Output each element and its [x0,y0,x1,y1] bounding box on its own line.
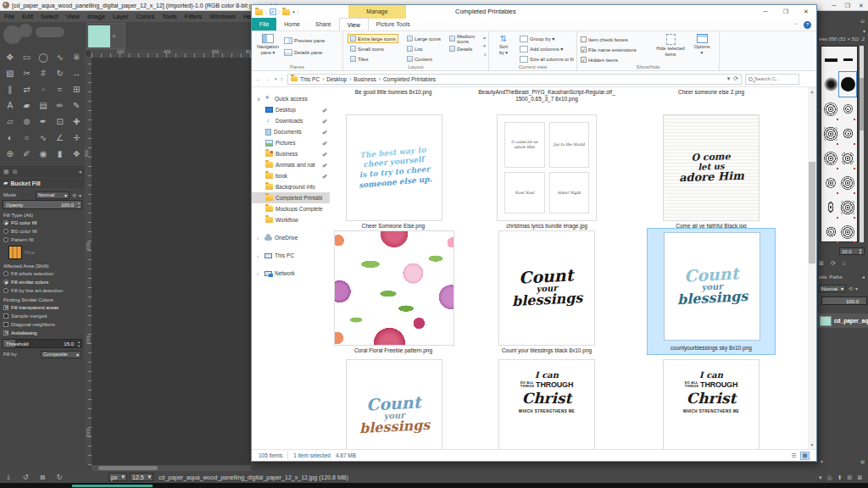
refresh-icon[interactable]: ⟳ [733,75,738,82]
layout-more-icon[interactable]: ≡ [484,52,487,57]
customize-qat-icon[interactable]: ▾ [292,9,295,14]
brush-thumb[interactable] [822,219,839,244]
help-icon[interactable]: ? [804,21,811,29]
minimize-button[interactable]: ─ [755,5,776,19]
search-input[interactable] [754,76,796,81]
bg-color-fill-radio[interactable]: BG color fill [0,227,85,236]
menu-layer[interactable]: Layer [113,13,129,20]
rectangle-select-tool-icon[interactable]: ▭ [19,49,36,65]
layer-row[interactable]: cd_paper_aqua_wood_pan [817,313,868,328]
hide-selected-items-button[interactable]: Hide selected items [655,32,686,57]
raise-layer-icon[interactable]: ◎ [827,474,832,481]
view-large-icons[interactable]: Large icons [404,34,443,43]
cage-tool-icon[interactable]: ▫ [35,81,52,97]
file-label[interactable]: BeautyAndTheBeast_PiYG_KaushanScript-Reg… [467,89,626,103]
crumb-completed-printables[interactable]: Completed Printables [383,76,436,82]
unit-dropdown[interactable]: px▾ [108,473,127,481]
color-picker-tool-icon[interactable]: ✛ [68,130,85,146]
navigation-pane-button[interactable]: Navigation pane ▾ [255,32,281,55]
airbrush-tool-icon[interactable]: ⊚ [19,114,36,130]
file-name-extensions-checkbox[interactable]: File name extensions [581,45,637,54]
fill-line-art-radio[interactable]: Fill by line art detection [0,286,85,295]
gimp-close-button[interactable]: ✕ [854,1,868,10]
new-folder-icon[interactable] [282,9,290,15]
select-by-color-tool-icon[interactable]: ▧ [2,65,19,81]
file-label[interactable]: christmas lyrics bundle image.jpg [467,223,626,229]
chevron-collapsed-icon[interactable]: › [257,271,262,276]
details-view-toggle-icon[interactable]: ☰ [789,452,798,460]
diagonal-neighbors-checkbox[interactable]: Diagonal neighbors [0,320,85,329]
breadcrumb[interactable]: This PC› Desktop› Business› Completed Pr… [287,74,742,85]
maximize-button[interactable]: ❐ [776,5,796,19]
file-thumbnail-christmas-bundle[interactable]: O come let us adore Him Joy to the World… [498,115,596,220]
mode-dropdown[interactable]: Normal▾ [36,191,70,199]
fill-similar-colors-radio[interactable]: Fill similar colors [0,278,85,286]
opacity-slider[interactable]: Opacity 100.0 ▲▼ [3,200,82,209]
tab-share[interactable]: Share [308,18,339,30]
dock-menu-icon[interactable]: ◂ [78,169,81,175]
delete-layer-icon[interactable]: ⊠ [857,474,862,481]
menu-select[interactable]: Select [41,13,58,20]
bucket-fill-tool-icon[interactable]: ▰ [19,97,36,114]
hidden-items-checkbox[interactable]: Hidden items [581,55,618,64]
brush-thumb[interactable] [822,121,839,146]
search-box[interactable] [745,74,799,85]
dock-corner-icon[interactable]: ⊞ [860,458,865,464]
lower-layer-icon[interactable]: ⬆ [837,474,843,481]
close-button[interactable]: ✕ [796,5,816,19]
crop-tool-icon[interactable]: # [35,65,52,81]
layer-mode-dropdown[interactable]: Normal▾ [819,285,846,292]
gimp-maximize-button[interactable]: ❐ [841,1,854,10]
brush-thumb[interactable] [839,97,856,121]
chevron-down-icon[interactable]: ▾ [821,458,823,464]
details-pane-button[interactable]: Details pane [284,47,322,57]
file-thumbnail-count-blessings-sky[interactable]: Count your blessings [665,233,760,340]
file-label[interactable]: Count your blessings black 8x10.png [467,347,626,353]
crumb-business[interactable]: Business [353,76,376,82]
add-columns-button[interactable]: Add columns ▾ [520,44,563,53]
fuzzy-select-tool-icon[interactable]: ※ [68,49,85,65]
sidebar-item-downloads[interactable]: Downloads [252,115,330,126]
dock-tab2-icon[interactable]: ⊞ [13,169,18,175]
view-tiles[interactable]: Tiles [348,54,370,64]
scissors-tool-icon[interactable]: ✂ [19,65,36,81]
crumb-desktop[interactable]: Desktop [326,76,347,82]
chevron-collapsed-icon[interactable]: › [257,253,262,258]
menu-windows[interactable]: Windows [209,13,235,20]
layer-opacity-slider[interactable]: 100.0 [821,297,867,305]
gimp-minimize-button[interactable]: ─ [827,1,841,10]
file-thumbnail-cheer-someone-else[interactable]: The best way to cheer yourself is to try… [347,115,442,220]
file-label[interactable]: Cheer Someone Else.png [330,223,457,229]
dock-menu-icon[interactable]: ◂ [862,274,865,280]
brush-thumb[interactable] [822,47,839,72]
flip-tool-icon[interactable]: ⇄ [19,81,36,97]
group-by-button[interactable]: Group by ▾ [520,34,554,43]
paths-tool-icon[interactable]: ✐ [19,146,36,162]
crumb-this-pc[interactable]: This PC [300,76,320,82]
collapse-ribbon-icon[interactable]: ⌃ [794,22,798,28]
view-extra-large-icons[interactable]: Extra large icons [348,34,398,43]
address-dropdown-icon[interactable]: ▾ [727,75,731,82]
save-preset-icon[interactable]: ⤓ [0,473,17,481]
menu-edit[interactable]: Edit [22,13,33,20]
brush-thumb[interactable] [839,47,856,72]
forward-icon[interactable]: → [265,76,271,82]
spinner-icon[interactable]: ▲▼ [859,248,862,255]
selected-file-item[interactable]: Count your blessings countyourblessings … [647,228,776,355]
duplicate-layer-icon[interactable]: ⊞ [848,474,853,481]
ink-tool-icon[interactable]: ✒ [35,114,52,130]
pattern-fill-radio[interactable]: Pattern fill [0,236,85,244]
shear-tool-icon[interactable]: ∥ [2,81,19,97]
view-list[interactable]: List [404,44,425,53]
sidebar-item-network[interactable]: ›Network [252,268,330,279]
size-columns-button[interactable]: Size all columns to fit [520,54,574,64]
delete-preset-icon[interactable]: ⊠ [34,474,51,481]
file-label[interactable]: Coral Floral Freebie pattern.png [330,347,457,353]
open-as-image-icon[interactable]: ⌂ [843,260,846,266]
tab-view[interactable]: View [339,18,369,30]
brushes-scrollbar[interactable] [860,46,864,242]
layout-scroll-down-icon[interactable]: ▼ [482,43,487,48]
scrollbar-thumb[interactable] [809,162,815,263]
file-thumbnail-come-all-ye-faithful[interactable]: O come let us adore Him [664,115,759,220]
sidebar-item-book[interactable]: book [252,170,330,181]
